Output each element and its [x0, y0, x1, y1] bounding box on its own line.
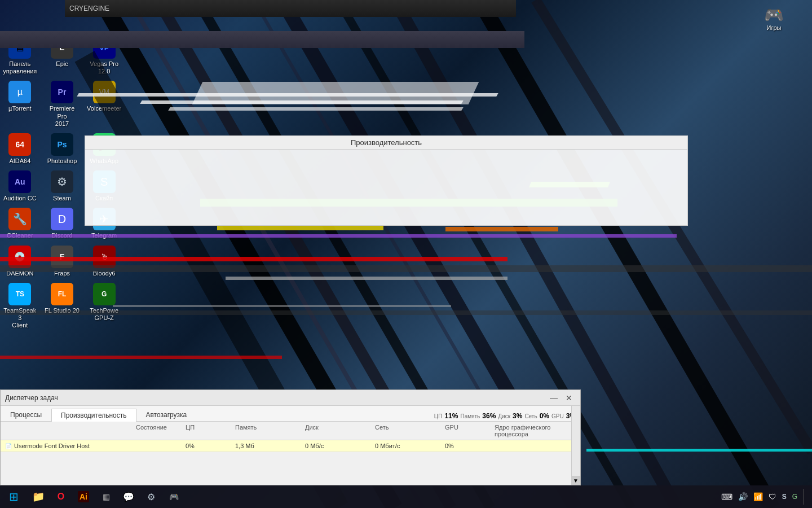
games-icon-label: Игры — [764, 24, 784, 31]
col-network: Сеть — [370, 423, 440, 439]
utorrent-label: µTorrent — [8, 105, 32, 112]
daemon-label: DAEMON — [6, 270, 33, 277]
teamspeak-label: TeamSpeak 3Client — [2, 307, 38, 330]
tray-speaker[interactable]: 🔊 — [736, 492, 749, 501]
epic-label: Epic — [56, 60, 68, 68]
games-icon-img: 🎮 — [764, 6, 784, 24]
process-gpu: 0% — [440, 442, 490, 450]
cpu-label: ЦП — [434, 413, 443, 419]
process-name: Usermode Font Driver Host — [14, 443, 90, 449]
taskbar-icon-steam2[interactable]: 🎮 — [164, 487, 184, 507]
col-cpu: ЦП — [181, 423, 231, 439]
taskbar-icon-messenger[interactable]: 💬 — [118, 487, 139, 507]
disk-value: 3% — [513, 412, 522, 420]
desktop-icon-flstudio[interactable]: FL FL Studio 20 — [42, 281, 82, 332]
games-desktop-icon[interactable]: 🎮 Игры — [764, 6, 784, 31]
desktop-icon-discord[interactable]: D Discord — [42, 205, 82, 242]
col-gpu: GPU — [440, 423, 490, 439]
messenger-icon: 💬 — [123, 492, 134, 502]
gpuz-icon: G — [93, 283, 116, 305]
start-button[interactable]: ⊞ — [0, 485, 27, 508]
desktop-icon-premiere[interactable]: Pr Premiere Pro2017 — [42, 78, 82, 130]
taskbar-icon-opera[interactable]: O — [51, 487, 71, 507]
explorer-icon: 📁 — [32, 491, 45, 503]
process-disk: 0 Мб/с — [301, 442, 370, 450]
aida64-icon: 64 — [8, 133, 31, 156]
icon-row-1: µ µTorrent Pr Premiere Pro2017 VM Voicem… — [0, 78, 124, 130]
top-window-fragment: CRYENGINE — [65, 0, 516, 17]
steam-label: Steam — [53, 195, 71, 202]
net-label: Сеть — [524, 413, 537, 419]
ccleaner-label: CCleaner — [7, 232, 33, 239]
discord-label: Discord — [51, 232, 72, 239]
premiere-label: Premiere Pro2017 — [45, 105, 80, 128]
col-name — [1, 423, 131, 439]
show-desktop-btn[interactable] — [804, 489, 807, 505]
steam-icon: ⚙ — [51, 170, 73, 193]
task-manager-tabs: Процессы Производительность Автозагрузка… — [1, 406, 580, 422]
perf-panel: Производительность — [85, 135, 688, 226]
tab-autostart[interactable]: Автозагрузка — [136, 408, 197, 421]
premiere-icon: Pr — [51, 81, 73, 103]
vegas-label: Vegas Pro12.0 — [90, 60, 118, 75]
illustrator-icon: Ai — [78, 491, 89, 502]
gpuz-label: TechPoweGPU-Z — [90, 307, 118, 322]
voicemeeter-icon: VM — [93, 81, 116, 103]
tray-antivirus[interactable]: 🛡 — [767, 492, 778, 501]
net-value: 0% — [540, 412, 549, 420]
task-manager-minimize-btn[interactable]: — — [546, 393, 561, 402]
flstudio-icon: FL — [51, 283, 73, 305]
desktop-icon-utorrent[interactable]: µ µTorrent — [0, 78, 40, 130]
mem-label: Память — [460, 413, 480, 419]
telegram-label: Telegram — [91, 232, 117, 239]
steam-taskbar-icon: ⚙ — [147, 492, 155, 502]
tab-performance[interactable]: Производительность — [51, 409, 136, 422]
disk-label-stat: Диск — [498, 413, 510, 419]
tm-column-headers: Состояние ЦП Память Диск Сеть GPU Ядро г… — [1, 422, 580, 440]
perf-title: Производительность — [85, 136, 687, 150]
desktop-icon-ccleaner[interactable]: 🔧 CCleaner — [0, 205, 40, 242]
desktop-icon-gpuz[interactable]: G TechPoweGPU-Z — [84, 281, 124, 332]
aida64-label: AIDA64 — [9, 157, 30, 165]
voicemeeter-label: Voicemeeter — [87, 105, 121, 112]
desktop-icon-daemon[interactable]: 💿 DAEMON — [0, 243, 40, 279]
desktop-icon-audition[interactable]: Au Audition CC — [0, 168, 40, 204]
tray-gpu[interactable]: G — [791, 493, 799, 501]
desktop-icon-bloody6[interactable]: 🖱 Bloody6 — [84, 243, 124, 279]
scroll-down-btn[interactable]: ▼ — [571, 476, 580, 485]
desktop-icon-aida64[interactable]: 64 AIDA64 — [0, 131, 40, 167]
tray-network[interactable]: 📶 — [752, 492, 765, 501]
process-row[interactable]: 📄 Usermode Font Driver Host 0% 1,3 Мб 0 … — [1, 440, 580, 452]
process-name-cell: 📄 Usermode Font Driver Host — [1, 442, 131, 450]
teamspeak-icon: TS — [8, 283, 31, 305]
taskbar-icon-taskmanager[interactable]: ▦ — [96, 487, 116, 507]
icon-row-6: TS TeamSpeak 3Client FL FL Studio 20 G T… — [0, 281, 124, 332]
utorrent-icon: µ — [8, 81, 31, 103]
top-window-fragment2 — [0, 31, 524, 48]
desktop-icon-photoshop[interactable]: Ps Photoshop — [42, 131, 82, 167]
discord-icon: D — [51, 208, 73, 230]
desktop-icon-fraps[interactable]: F Fraps — [42, 243, 82, 279]
opera-icon: O — [58, 492, 64, 502]
mem-value: 36% — [482, 412, 496, 420]
tray-steam[interactable]: S — [780, 493, 788, 501]
taskbar-icon-illustrator[interactable]: Ai — [73, 487, 94, 507]
tab-processes[interactable]: Процессы — [1, 408, 51, 421]
flstudio-label: FL Studio 20 — [45, 307, 80, 314]
desktop-icon-steam[interactable]: ⚙ Steam — [42, 168, 82, 204]
windows-logo-icon: ⊞ — [9, 490, 19, 503]
icon-row-5: 💿 DAEMON F Fraps 🖱 Bloody6 — [0, 243, 124, 279]
tray-keyboard[interactable]: ⌨ — [720, 492, 734, 501]
taskbar-icon-steam[interactable]: ⚙ — [141, 487, 161, 507]
tm-quick-stats: ЦП 11% Память 36% Диск 3% Сеть 0% GPU 3% — [430, 411, 580, 421]
scrollbar-vertical[interactable]: ▼ — [571, 406, 580, 485]
top-window-title: CRYENGINE — [69, 5, 109, 12]
taskbar: ⊞ 📁 O Ai ▦ 💬 ⚙ 🎮 ⌨ 🔊 📶 🛡 S G — [0, 485, 812, 508]
steam2-taskbar-icon: 🎮 — [169, 492, 179, 501]
audition-icon: Au — [8, 170, 31, 193]
desktop-icon-teamspeak[interactable]: TS TeamSpeak 3Client — [0, 281, 40, 332]
task-manager-close-btn[interactable]: ✕ — [562, 393, 576, 402]
taskbar-icon-explorer[interactable]: 📁 — [28, 487, 48, 507]
audition-label: Audition CC — [3, 195, 37, 202]
desktop-icon-voicemeeter[interactable]: VM Voicemeeter — [84, 78, 124, 130]
